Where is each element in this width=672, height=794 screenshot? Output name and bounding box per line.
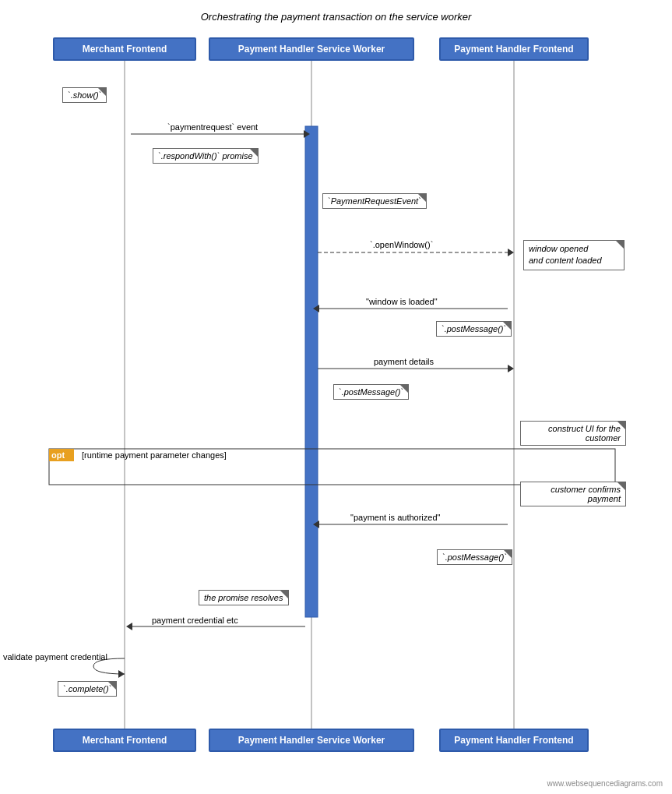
note-construct-ui: construct UI for the customer — [520, 421, 626, 446]
lifeline-footer-sw: Payment Handler Service Worker — [209, 729, 414, 752]
note-customer-confirms: customer confirms payment — [520, 482, 626, 506]
svg-marker-11 — [508, 365, 514, 372]
arrow-label-openwindow: `.openWindow()` — [370, 240, 433, 249]
arrow-label-credential: payment credential etc — [152, 616, 238, 625]
lifeline-footer-phf: Payment Handler Frontend — [439, 729, 589, 752]
note-postmessage-1: `.postMessage()` — [436, 321, 512, 337]
svg-marker-9 — [313, 305, 319, 312]
arrow-label-payment-details: payment details — [374, 357, 434, 366]
lifeline-footer-merchant: Merchant Frontend — [53, 729, 196, 752]
svg-rect-13 — [49, 449, 74, 461]
svg-marker-5 — [304, 130, 310, 138]
diagram-title: Orchestrating the payment transaction on… — [0, 0, 672, 30]
arrow-label-paymentrequest: `paymentrequest` event — [167, 122, 258, 132]
note-postmessage-2: `.postMessage()` — [333, 384, 409, 400]
note-promise-resolves: the promise resolves — [199, 590, 289, 605]
arrow-label-payment-authorized: "payment is authorized" — [350, 513, 440, 522]
svg-marker-7 — [508, 249, 514, 256]
text-validate-credential: validate payment credential — [3, 652, 107, 662]
note-show: `.show()` — [62, 87, 107, 103]
note-window-opened: window openedand content loaded — [523, 240, 625, 270]
svg-text:opt: opt — [51, 450, 65, 460]
svg-marker-20 — [118, 670, 125, 678]
svg-marker-19 — [126, 623, 132, 630]
svg-rect-3 — [305, 126, 318, 617]
arrow-label-window-loaded: "window is loaded" — [366, 297, 438, 306]
note-complete: `.complete()` — [58, 681, 117, 697]
lifeline-header-merchant: Merchant Frontend — [53, 37, 196, 61]
note-postmessage-3: `.postMessage()` — [437, 549, 512, 565]
svg-rect-12 — [49, 449, 615, 485]
svg-marker-17 — [313, 521, 319, 528]
note-respondwith: `.respondWith()` promise — [153, 148, 259, 164]
svg-text:[runtime payment parameter cha: [runtime payment parameter changes] — [82, 450, 227, 460]
note-paymentrequestevent: `PaymentRequestEvent` — [322, 193, 427, 209]
watermark: www.websequencediagrams.com — [547, 779, 663, 788]
lifeline-header-sw: Payment Handler Service Worker — [209, 37, 414, 61]
lifeline-header-phf: Payment Handler Frontend — [439, 37, 589, 61]
diagram-container: Orchestrating the payment transaction on… — [0, 0, 672, 794]
